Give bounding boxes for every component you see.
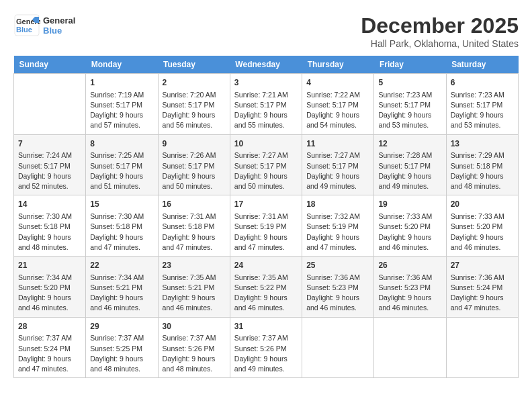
- calendar-cell: 3Sunrise: 7:21 AMSunset: 5:17 PMDaylight…: [230, 74, 302, 135]
- week-row-5: 28Sunrise: 7:37 AMSunset: 5:24 PMDayligh…: [14, 317, 519, 378]
- day-info: Sunrise: 7:27 AMSunset: 5:17 PMDaylight:…: [234, 150, 298, 191]
- calendar-cell: 28Sunrise: 7:37 AMSunset: 5:24 PMDayligh…: [14, 317, 86, 378]
- day-number: 30: [163, 321, 226, 332]
- day-info: Sunrise: 7:27 AMSunset: 5:17 PMDaylight:…: [306, 150, 369, 191]
- day-info: Sunrise: 7:35 AMSunset: 5:22 PMDaylight:…: [234, 273, 298, 314]
- title-block: December 2025 Hall Park, Oklahoma, Unite…: [361, 13, 519, 49]
- day-info: Sunrise: 7:35 AMSunset: 5:21 PMDaylight:…: [163, 273, 226, 314]
- day-info: Sunrise: 7:37 AMSunset: 5:25 PMDaylight:…: [90, 333, 153, 374]
- day-number: 15: [90, 199, 153, 210]
- day-info: Sunrise: 7:31 AMSunset: 5:18 PMDaylight:…: [163, 212, 226, 253]
- day-info: Sunrise: 7:33 AMSunset: 5:20 PMDaylight:…: [451, 212, 514, 253]
- calendar-cell: 5Sunrise: 7:23 AMSunset: 5:17 PMDaylight…: [374, 74, 446, 135]
- day-info: Sunrise: 7:34 AMSunset: 5:20 PMDaylight:…: [18, 273, 81, 314]
- calendar-cell: 29Sunrise: 7:37 AMSunset: 5:25 PMDayligh…: [86, 317, 158, 378]
- day-info: Sunrise: 7:37 AMSunset: 5:26 PMDaylight:…: [234, 333, 298, 374]
- calendar-cell: 2Sunrise: 7:20 AMSunset: 5:17 PMDaylight…: [158, 74, 230, 135]
- calendar-cell: [302, 317, 374, 378]
- day-number: 12: [378, 138, 441, 150]
- week-row-4: 21Sunrise: 7:34 AMSunset: 5:20 PMDayligh…: [14, 257, 519, 318]
- header-wednesday: Wednesday: [230, 56, 302, 74]
- day-info: Sunrise: 7:32 AMSunset: 5:19 PMDaylight:…: [306, 212, 369, 253]
- day-info: Sunrise: 7:30 AMSunset: 5:18 PMDaylight:…: [18, 212, 81, 253]
- calendar-cell: 13Sunrise: 7:29 AMSunset: 5:18 PMDayligh…: [446, 134, 518, 195]
- day-info: Sunrise: 7:33 AMSunset: 5:20 PMDaylight:…: [378, 212, 441, 253]
- day-info: Sunrise: 7:31 AMSunset: 5:19 PMDaylight:…: [234, 212, 298, 253]
- day-number: 18: [306, 199, 369, 210]
- week-row-2: 7Sunrise: 7:24 AMSunset: 5:17 PMDaylight…: [14, 134, 519, 195]
- day-number: 6: [451, 77, 514, 89]
- day-number: 8: [90, 138, 153, 150]
- calendar-cell: 22Sunrise: 7:34 AMSunset: 5:21 PMDayligh…: [86, 257, 158, 318]
- day-number: 14: [18, 199, 81, 210]
- day-info: Sunrise: 7:23 AMSunset: 5:17 PMDaylight:…: [451, 90, 514, 131]
- day-info: Sunrise: 7:23 AMSunset: 5:17 PMDaylight:…: [378, 90, 441, 131]
- day-info: Sunrise: 7:37 AMSunset: 5:26 PMDaylight:…: [163, 333, 226, 374]
- day-number: 16: [163, 199, 226, 210]
- day-number: 4: [306, 77, 369, 89]
- day-info: Sunrise: 7:34 AMSunset: 5:21 PMDaylight:…: [90, 273, 153, 314]
- day-info: Sunrise: 7:21 AMSunset: 5:17 PMDaylight:…: [234, 90, 298, 131]
- day-number: 23: [163, 260, 226, 271]
- calendar-table: SundayMondayTuesdayWednesdayThursdayFrid…: [13, 56, 519, 378]
- day-number: 26: [378, 260, 441, 271]
- header-tuesday: Tuesday: [158, 56, 230, 74]
- day-number: 2: [163, 77, 226, 89]
- calendar-cell: [14, 74, 86, 135]
- logo-icon: General Blue: [13, 13, 40, 37]
- month-title: December 2025: [361, 13, 519, 38]
- calendar-cell: [374, 317, 446, 378]
- day-info: Sunrise: 7:24 AMSunset: 5:17 PMDaylight:…: [18, 150, 81, 191]
- header-sunday: Sunday: [14, 56, 86, 74]
- day-number: 19: [378, 199, 441, 210]
- day-number: 10: [234, 138, 298, 150]
- header-monday: Monday: [86, 56, 158, 74]
- day-number: 27: [451, 260, 514, 271]
- calendar-cell: 21Sunrise: 7:34 AMSunset: 5:20 PMDayligh…: [14, 257, 86, 318]
- calendar-cell: 7Sunrise: 7:24 AMSunset: 5:17 PMDaylight…: [14, 134, 86, 195]
- calendar-cell: 27Sunrise: 7:36 AMSunset: 5:24 PMDayligh…: [446, 257, 518, 318]
- day-info: Sunrise: 7:28 AMSunset: 5:17 PMDaylight:…: [378, 150, 441, 191]
- week-row-3: 14Sunrise: 7:30 AMSunset: 5:18 PMDayligh…: [14, 195, 519, 257]
- calendar-cell: 18Sunrise: 7:32 AMSunset: 5:19 PMDayligh…: [302, 195, 374, 257]
- header-friday: Friday: [374, 56, 446, 74]
- day-info: Sunrise: 7:20 AMSunset: 5:17 PMDaylight:…: [163, 90, 226, 131]
- location: Hall Park, Oklahoma, United States: [361, 38, 519, 49]
- day-number: 21: [18, 260, 81, 271]
- calendar-cell: 4Sunrise: 7:22 AMSunset: 5:17 PMDaylight…: [302, 74, 374, 135]
- day-number: 13: [451, 138, 514, 150]
- calendar-cell: 15Sunrise: 7:30 AMSunset: 5:18 PMDayligh…: [86, 195, 158, 257]
- calendar-cell: 1Sunrise: 7:19 AMSunset: 5:17 PMDaylight…: [86, 74, 158, 135]
- day-info: Sunrise: 7:22 AMSunset: 5:17 PMDaylight:…: [306, 90, 369, 131]
- calendar-cell: 6Sunrise: 7:23 AMSunset: 5:17 PMDaylight…: [446, 74, 518, 135]
- day-number: 17: [234, 199, 298, 210]
- calendar-cell: 23Sunrise: 7:35 AMSunset: 5:21 PMDayligh…: [158, 257, 230, 318]
- day-info: Sunrise: 7:30 AMSunset: 5:18 PMDaylight:…: [90, 212, 153, 253]
- day-number: 5: [378, 77, 441, 89]
- day-number: 11: [306, 138, 369, 150]
- svg-text:Blue: Blue: [16, 26, 32, 34]
- day-number: 22: [90, 260, 153, 271]
- calendar-cell: 16Sunrise: 7:31 AMSunset: 5:18 PMDayligh…: [158, 195, 230, 257]
- day-info: Sunrise: 7:37 AMSunset: 5:24 PMDaylight:…: [18, 333, 81, 374]
- day-info: Sunrise: 7:36 AMSunset: 5:24 PMDaylight:…: [451, 273, 514, 314]
- day-number: 25: [306, 260, 369, 271]
- calendar-cell: 20Sunrise: 7:33 AMSunset: 5:20 PMDayligh…: [446, 195, 518, 257]
- day-number: 20: [451, 199, 514, 210]
- day-info: Sunrise: 7:25 AMSunset: 5:17 PMDaylight:…: [90, 150, 153, 191]
- page-header: General Blue GeneralBlue December 2025 H…: [13, 13, 519, 49]
- day-number: 24: [234, 260, 298, 271]
- day-info: Sunrise: 7:36 AMSunset: 5:23 PMDaylight:…: [306, 273, 369, 314]
- calendar-cell: 9Sunrise: 7:26 AMSunset: 5:17 PMDaylight…: [158, 134, 230, 195]
- day-info: Sunrise: 7:26 AMSunset: 5:17 PMDaylight:…: [163, 150, 226, 191]
- day-number: 1: [90, 77, 153, 89]
- header-thursday: Thursday: [302, 56, 374, 74]
- calendar-cell: 8Sunrise: 7:25 AMSunset: 5:17 PMDaylight…: [86, 134, 158, 195]
- day-info: Sunrise: 7:19 AMSunset: 5:17 PMDaylight:…: [90, 90, 153, 131]
- day-info: Sunrise: 7:29 AMSunset: 5:18 PMDaylight:…: [451, 150, 514, 191]
- calendar-cell: 19Sunrise: 7:33 AMSunset: 5:20 PMDayligh…: [374, 195, 446, 257]
- calendar-cell: 26Sunrise: 7:36 AMSunset: 5:23 PMDayligh…: [374, 257, 446, 318]
- calendar-cell: 12Sunrise: 7:28 AMSunset: 5:17 PMDayligh…: [374, 134, 446, 195]
- day-number: 9: [163, 138, 226, 150]
- calendar-cell: 25Sunrise: 7:36 AMSunset: 5:23 PMDayligh…: [302, 257, 374, 318]
